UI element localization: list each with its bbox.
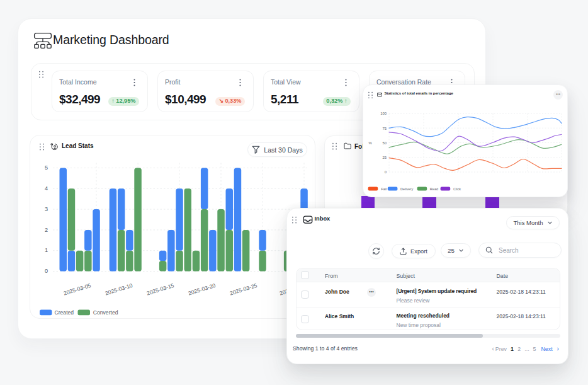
svg-text:Delivery: Delivery <box>400 187 413 191</box>
svg-text:2: 2 <box>45 227 48 233</box>
svg-text:2025-03-10: 2025-03-10 <box>105 282 133 297</box>
svg-text:25: 25 <box>382 156 387 159</box>
svg-text:Fail: Fail <box>381 187 387 191</box>
svg-text:4: 4 <box>45 185 48 192</box>
svg-text:%: % <box>369 141 373 145</box>
svg-text:Created: Created <box>55 309 74 316</box>
svg-text:2025-03-15: 2025-03-15 <box>146 282 175 297</box>
svg-text:Click: Click <box>453 187 461 191</box>
svg-text:5: 5 <box>45 164 48 171</box>
svg-text:2025-03-20: 2025-03-20 <box>188 282 217 297</box>
svg-text:2025-03-25: 2025-03-25 <box>229 282 258 297</box>
svg-text:100: 100 <box>380 112 387 115</box>
svg-text:Converted: Converted <box>93 309 118 316</box>
svg-text:2025-03-05: 2025-03-05 <box>63 282 92 297</box>
svg-text:1: 1 <box>45 247 48 253</box>
svg-text:0: 0 <box>45 268 48 274</box>
svg-text:3: 3 <box>45 206 48 212</box>
svg-text:75: 75 <box>382 127 387 130</box>
svg-text:0: 0 <box>385 170 387 174</box>
svg-text:Read: Read <box>430 187 438 191</box>
svg-text:50: 50 <box>382 141 387 145</box>
